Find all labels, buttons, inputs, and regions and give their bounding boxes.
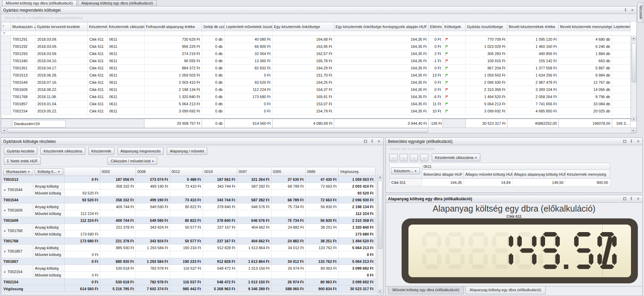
row-indicator[interactable] [1,57,11,65]
grid-cell[interactable]: 0611 [108,100,144,108]
pivot-detail-row[interactable]: ▼T001768Anyag költség221 378 Ft343 924 F… [2,224,376,231]
grid-cell[interactable]: 4 680 db [559,36,612,43]
pivot-cell[interactable]: 50 577 Ft [170,238,203,244]
grid-cell[interactable]: 164,35 Ft [334,57,429,65]
pivot-cell[interactable]: 5 216 795 Ft [100,285,136,292]
grid-cell[interactable]: 10 Ft [429,108,443,115]
pivot-sum-cell[interactable]: 3 099 692 Ft [339,265,376,272]
pivot-cell[interactable]: 530 618 Ft [100,265,136,272]
grid-cell[interactable]: 0 Ft [429,86,443,93]
filter-cell-15[interactable] [612,31,631,36]
grid-cell[interactable]: 0611 [108,86,144,93]
filter-cell-4[interactable] [108,31,144,36]
grid-cell[interactable]: 0 db [202,72,225,79]
pivot-cell[interactable]: 588 060 Ft [272,285,306,292]
pivot-column-total[interactable]: Végösszeg [339,167,376,176]
grid-cell[interactable]: Cikk 611 [88,50,108,57]
grid-cell[interactable]: 2018.11.08. [36,93,88,100]
pivot-cell[interactable]: 1 613 864 Ft [237,258,272,265]
grid-cell[interactable] [612,93,631,100]
filter-field-kesztermek[interactable]: Késztermék [88,147,114,155]
pivot-row-name[interactable]: T001857 [2,258,65,265]
pivot-cell[interactable]: 321 264 Ft [237,176,272,183]
grid-cell[interactable]: 0 Ft [225,72,273,79]
pivot-cell[interactable]: 93 520 Ft [65,190,100,197]
grid-cell[interactable]: 0 db [202,100,225,108]
grid-cell[interactable]: 0 Ft [429,65,443,72]
grid-cell[interactable]: 2 987 478 Ft [507,79,559,86]
grid-cell[interactable]: Cikk 611 [88,108,108,115]
pivot-cell[interactable] [100,210,136,217]
pivot-cell[interactable] [170,272,203,279]
pivot-cell[interactable]: 38 251 Ft [306,224,339,231]
grid-cell[interactable]: 2019.01.04. [36,100,88,108]
pivot-cell[interactable] [203,251,237,258]
pivot-cost-type[interactable]: Művelet költség [33,210,65,217]
pivot-cell[interactable]: 34 012 Ft [272,244,306,251]
data-field-netto-ertek[interactable]: ΣNettó érték HUF [4,157,41,165]
pivot-cell[interactable]: 358 332 Ft [100,183,136,190]
table-row[interactable]: T0016092018.08.22.Cikk 61106112 198 134 … [1,86,631,93]
filter-mini-button-1[interactable]: .. [389,154,397,161]
grid-cell[interactable]: 2018.06.28. [36,72,88,79]
grid-cell[interactable] [612,65,631,72]
grid-cell[interactable]: 154,79 Ft [273,108,334,115]
pivot-cell[interactable]: 0 Ft [65,279,100,285]
tab-alapanyag-koltseg[interactable]: Alapanyag költség egy dbra (előkalkuláci… [78,0,157,6]
pivot-cell[interactable] [100,190,136,197]
pivot-cost-type[interactable]: Művelet költség [33,251,65,258]
column-header-8[interactable]: Egy késztermék önköltsége [273,22,334,31]
grid-cell[interactable]: 12 767 db [559,79,612,86]
row-indicator[interactable] [1,65,11,72]
pivot-sum-cell[interactable]: 3 099 692 Ft [339,279,376,285]
grid-cell[interactable]: 0611 [108,57,144,65]
grid-cell[interactable]: Cikk 611 [88,72,108,79]
column-header-0[interactable]: * [1,22,11,31]
pin-icon[interactable] [629,139,633,144]
pivot-sum-cell[interactable]: 1 494 520 Ft [339,238,376,244]
grid-cell[interactable]: 0611 [108,93,144,100]
grid-cell[interactable]: T001340 [11,57,36,65]
table-row[interactable]: T0018572019.01.04.Cikk 61106115 064 213 … [1,100,631,108]
filter-cell-7[interactable] [225,31,273,36]
pivot-cell[interactable]: 0 Ft [65,176,100,183]
grid-cell[interactable]: 0 Ft [429,36,443,43]
pivot-cell[interactable]: 782 978 Ft [136,265,170,272]
grid-cell[interactable] [612,79,631,86]
pivot-cell[interactable]: 548 472 Ft [203,265,237,272]
pivot-cell[interactable]: 173 680 Ft [65,231,100,238]
grid-cell[interactable]: 14 056 db [559,86,612,93]
column-header-14[interactable]: Bevett késztermék mennyisége [559,22,612,31]
close-icon[interactable]: ✕ [636,139,640,144]
grid-cell[interactable]: 1 023 029 Ft [466,43,507,50]
grid-cell[interactable]: 0 db [202,108,225,115]
pivot-cell[interactable]: 1 293 584 Ft [136,258,170,265]
column-header-12[interactable]: Gyártás összköltsége [466,22,507,31]
pivot-sum-cell[interactable]: 2 198 134 Ft [339,203,376,210]
pivot-cell[interactable]: 34 012 Ft [272,258,306,265]
pivot-column-key-7[interactable]: 0985 [306,167,339,176]
pivot-cell[interactable]: 93 520 Ft [65,197,100,203]
grid-cell[interactable]: 32 064 Ft [225,50,273,57]
pivot-detail-row[interactable]: Művelet költség173 680 Ft173 680 Ft [2,231,376,238]
column-header-13[interactable]: Bevett késztermékek értéke [507,22,559,31]
table-row[interactable]: T0012922018.03.09.Cikk 6110611956 229 Ft… [1,43,631,50]
grid-cell[interactable]: Cikk 611 [88,93,108,100]
filter-field-gyartas-kezdete[interactable]: Gyártás kezdete [4,147,37,155]
pivot-column-key-3[interactable]: 0012 [170,167,203,176]
unit-column-header-3[interactable]: Késztermék mennyiség [566,170,610,179]
pivot-detail-row[interactable]: Művelet költség112 224 Ft112 224 Ft [2,210,376,217]
pivot-cell[interactable] [237,210,272,217]
pivot-sum-cell[interactable]: 112 224 Ft [339,210,376,217]
pivot-row-name[interactable]: T001544 [2,197,65,203]
pivot-cell[interactable]: 68 789 Ft [272,183,306,190]
grid-cell[interactable]: 1 377 558 Ft [507,65,559,72]
grid-cell[interactable] [612,72,631,79]
pivot-cell[interactable]: 221 378 Ft [100,224,136,231]
unit-data-row[interactable]: Cikk 611164,3514,84149,50900,00 [390,179,610,186]
grid-cell[interactable]: Cikk 611 [88,57,108,65]
filter-field-alapanyag-muvelet[interactable]: Alapanyag / művelet [167,147,207,155]
grid-cell[interactable]: 1 095 120 Ft [507,36,559,43]
grid-cell[interactable]: 730 629 Ft [144,36,202,43]
pivot-cell[interactable]: 24 882 Ft [272,224,306,231]
